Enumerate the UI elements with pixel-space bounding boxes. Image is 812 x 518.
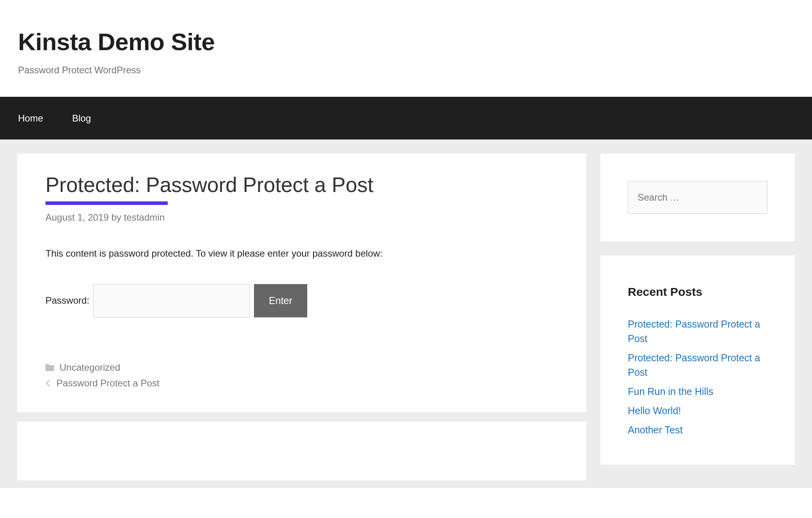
post-date: August 1, 2019 — [45, 212, 109, 223]
category-row: Uncategorized — [45, 360, 558, 375]
post-by-label: by — [111, 212, 121, 223]
post-footer-meta: Uncategorized Password Protect a Post — [45, 360, 558, 390]
recent-post-link[interactable]: Hello World! — [628, 405, 681, 416]
nav-item-home[interactable]: Home — [18, 111, 43, 125]
recent-post-link[interactable]: Another Test — [628, 424, 683, 435]
site-tagline: Password Protect WordPress — [18, 63, 794, 77]
recent-post-link[interactable]: Fun Run in the Hills — [628, 386, 713, 397]
recent-post-link[interactable]: Protected: Password Protect a Post — [628, 319, 760, 344]
category-name[interactable]: Uncategorized — [60, 360, 120, 375]
recent-posts-list: Protected: Password Protect a Post Prote… — [628, 317, 767, 437]
recent-post-link[interactable]: Protected: Password Protect a Post — [628, 352, 760, 378]
primary-nav: Home Blog — [0, 97, 812, 139]
main-column: Protected: Password Protect a Post Augus… — [17, 154, 586, 480]
post-author: testadmin — [124, 212, 165, 223]
content-area: Protected: Password Protect a Post Augus… — [0, 139, 812, 488]
post-meta: August 1, 2019 by testadmin — [45, 210, 558, 225]
folder-icon — [45, 364, 54, 371]
title-underline — [45, 201, 168, 205]
post-title: Protected: Password Protect a Post — [45, 172, 558, 197]
recent-posts-widget: Recent Posts Protected: Password Protect… — [600, 255, 795, 465]
site-title[interactable]: Kinsta Demo Site — [18, 24, 794, 60]
post-card: Protected: Password Protect a Post Augus… — [17, 154, 586, 412]
password-input[interactable] — [93, 284, 250, 317]
protected-message: This content is password protected. To v… — [45, 246, 558, 261]
site-header: Kinsta Demo Site Password Protect WordPr… — [0, 0, 812, 97]
sidebar: Recent Posts Protected: Password Protect… — [600, 154, 795, 465]
empty-card — [17, 422, 586, 480]
enter-button[interactable]: Enter — [254, 284, 307, 317]
search-widget — [600, 154, 795, 241]
prev-post-row: Password Protect a Post — [45, 376, 558, 390]
password-form: Password: Enter — [45, 284, 558, 317]
chevron-left-icon — [45, 379, 51, 387]
prev-post-link[interactable]: Password Protect a Post — [56, 376, 160, 390]
recent-posts-title: Recent Posts — [628, 283, 767, 301]
password-label: Password: — [45, 293, 89, 308]
nav-item-blog[interactable]: Blog — [72, 111, 91, 125]
search-input[interactable] — [628, 181, 767, 214]
